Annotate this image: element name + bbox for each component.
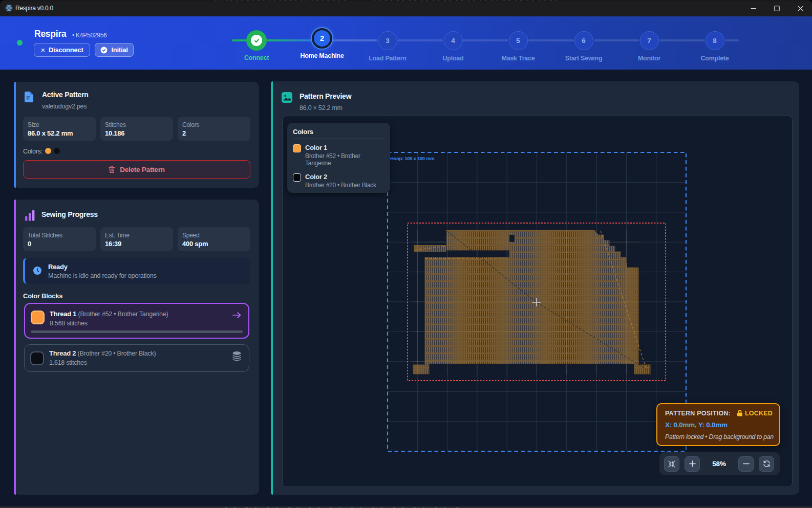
svg-text:Hoop: 100 x 100 mm: Hoop: 100 x 100 mm — [390, 156, 434, 161]
